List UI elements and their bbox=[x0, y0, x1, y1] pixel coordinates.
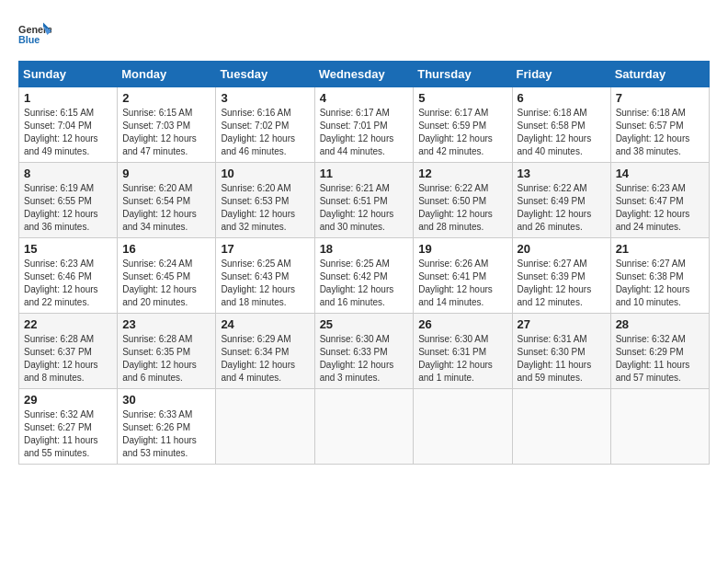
day-info: Sunrise: 6:18 AM Sunset: 6:58 PM Dayligh… bbox=[518, 107, 606, 158]
calendar-cell: 26 Sunrise: 6:30 AM Sunset: 6:31 PM Dayl… bbox=[414, 314, 512, 389]
day-number: 13 bbox=[518, 167, 606, 180]
day-number: 25 bbox=[320, 317, 409, 331]
calendar-cell: 7 Sunrise: 6:18 AM Sunset: 6:57 PM Dayli… bbox=[610, 87, 709, 163]
calendar-week-1: 1 Sunrise: 6:15 AM Sunset: 7:04 PM Dayli… bbox=[19, 87, 710, 163]
day-number: 21 bbox=[616, 242, 704, 256]
calendar-cell bbox=[512, 389, 610, 465]
calendar-cell: 15 Sunrise: 6:23 AM Sunset: 6:46 PM Dayl… bbox=[19, 238, 118, 314]
day-number: 14 bbox=[616, 167, 704, 180]
day-info: Sunrise: 6:20 AM Sunset: 6:54 PM Dayligh… bbox=[122, 182, 210, 234]
day-number: 23 bbox=[122, 317, 210, 331]
day-info: Sunrise: 6:20 AM Sunset: 6:53 PM Dayligh… bbox=[221, 182, 309, 234]
logo: General Blue bbox=[18, 18, 51, 52]
day-info: Sunrise: 6:27 AM Sunset: 6:39 PM Dayligh… bbox=[518, 258, 606, 309]
day-number: 26 bbox=[418, 317, 506, 331]
day-number: 7 bbox=[616, 91, 704, 105]
day-number: 10 bbox=[221, 167, 309, 180]
calendar-cell: 29 Sunrise: 6:32 AM Sunset: 6:27 PM Dayl… bbox=[19, 389, 118, 465]
calendar-cell: 1 Sunrise: 6:15 AM Sunset: 7:04 PM Dayli… bbox=[19, 87, 118, 163]
column-header-wednesday: Wednesday bbox=[314, 62, 414, 87]
day-info: Sunrise: 6:25 AM Sunset: 6:42 PM Dayligh… bbox=[320, 258, 409, 309]
calendar-cell bbox=[216, 389, 314, 465]
day-info: Sunrise: 6:25 AM Sunset: 6:43 PM Dayligh… bbox=[221, 258, 309, 309]
day-info: Sunrise: 6:26 AM Sunset: 6:41 PM Dayligh… bbox=[418, 258, 506, 309]
calendar-cell: 18 Sunrise: 6:25 AM Sunset: 6:42 PM Dayl… bbox=[314, 238, 414, 314]
day-number: 22 bbox=[24, 317, 112, 331]
day-number: 27 bbox=[518, 317, 606, 331]
day-number: 5 bbox=[418, 91, 506, 105]
calendar-cell: 13 Sunrise: 6:22 AM Sunset: 6:49 PM Dayl… bbox=[512, 163, 610, 238]
calendar-cell: 30 Sunrise: 6:33 AM Sunset: 6:26 PM Dayl… bbox=[118, 389, 216, 465]
day-number: 17 bbox=[221, 242, 309, 256]
day-number: 15 bbox=[24, 242, 112, 256]
calendar-cell: 20 Sunrise: 6:27 AM Sunset: 6:39 PM Dayl… bbox=[512, 238, 610, 314]
day-number: 12 bbox=[418, 167, 506, 180]
calendar-cell: 3 Sunrise: 6:16 AM Sunset: 7:02 PM Dayli… bbox=[216, 87, 314, 163]
calendar-cell: 11 Sunrise: 6:21 AM Sunset: 6:51 PM Dayl… bbox=[314, 163, 414, 238]
day-info: Sunrise: 6:30 AM Sunset: 6:33 PM Dayligh… bbox=[320, 333, 409, 385]
calendar-week-3: 15 Sunrise: 6:23 AM Sunset: 6:46 PM Dayl… bbox=[19, 238, 710, 314]
day-info: Sunrise: 6:22 AM Sunset: 6:50 PM Dayligh… bbox=[418, 182, 506, 234]
day-number: 6 bbox=[518, 91, 606, 105]
day-number: 24 bbox=[221, 317, 309, 331]
calendar-cell: 17 Sunrise: 6:25 AM Sunset: 6:43 PM Dayl… bbox=[216, 238, 314, 314]
day-number: 29 bbox=[24, 393, 112, 407]
calendar-cell: 21 Sunrise: 6:27 AM Sunset: 6:38 PM Dayl… bbox=[610, 238, 709, 314]
calendar-cell: 25 Sunrise: 6:30 AM Sunset: 6:33 PM Dayl… bbox=[314, 314, 414, 389]
day-info: Sunrise: 6:17 AM Sunset: 6:59 PM Dayligh… bbox=[418, 107, 506, 158]
day-number: 11 bbox=[320, 167, 409, 180]
day-info: Sunrise: 6:23 AM Sunset: 6:46 PM Dayligh… bbox=[24, 258, 112, 309]
calendar-cell: 10 Sunrise: 6:20 AM Sunset: 6:53 PM Dayl… bbox=[216, 163, 314, 238]
calendar-cell bbox=[414, 389, 512, 465]
calendar-cell bbox=[610, 389, 709, 465]
calendar-cell: 28 Sunrise: 6:32 AM Sunset: 6:29 PM Dayl… bbox=[610, 314, 709, 389]
day-number: 28 bbox=[616, 317, 704, 331]
calendar-cell: 19 Sunrise: 6:26 AM Sunset: 6:41 PM Dayl… bbox=[414, 238, 512, 314]
day-number: 19 bbox=[418, 242, 506, 256]
page-header: General Blue bbox=[18, 18, 710, 52]
calendar-cell: 22 Sunrise: 6:28 AM Sunset: 6:37 PM Dayl… bbox=[19, 314, 118, 389]
day-info: Sunrise: 6:28 AM Sunset: 6:37 PM Dayligh… bbox=[24, 333, 112, 385]
calendar-cell: 6 Sunrise: 6:18 AM Sunset: 6:58 PM Dayli… bbox=[512, 87, 610, 163]
calendar-cell: 14 Sunrise: 6:23 AM Sunset: 6:47 PM Dayl… bbox=[610, 163, 709, 238]
calendar-table: SundayMondayTuesdayWednesdayThursdayFrid… bbox=[18, 61, 710, 465]
calendar-cell: 2 Sunrise: 6:15 AM Sunset: 7:03 PM Dayli… bbox=[118, 87, 216, 163]
day-info: Sunrise: 6:33 AM Sunset: 6:26 PM Dayligh… bbox=[122, 408, 210, 460]
calendar-cell: 8 Sunrise: 6:19 AM Sunset: 6:55 PM Dayli… bbox=[19, 163, 118, 238]
day-info: Sunrise: 6:32 AM Sunset: 6:27 PM Dayligh… bbox=[24, 408, 112, 460]
calendar-week-2: 8 Sunrise: 6:19 AM Sunset: 6:55 PM Dayli… bbox=[19, 163, 710, 238]
calendar-cell: 27 Sunrise: 6:31 AM Sunset: 6:30 PM Dayl… bbox=[512, 314, 610, 389]
day-info: Sunrise: 6:30 AM Sunset: 6:31 PM Dayligh… bbox=[418, 333, 506, 385]
day-info: Sunrise: 6:15 AM Sunset: 7:03 PM Dayligh… bbox=[122, 107, 210, 158]
calendar-cell: 24 Sunrise: 6:29 AM Sunset: 6:34 PM Dayl… bbox=[216, 314, 314, 389]
day-number: 16 bbox=[122, 242, 210, 256]
calendar-cell: 9 Sunrise: 6:20 AM Sunset: 6:54 PM Dayli… bbox=[118, 163, 216, 238]
day-number: 9 bbox=[122, 167, 210, 180]
day-number: 4 bbox=[320, 91, 409, 105]
day-number: 18 bbox=[320, 242, 409, 256]
day-number: 3 bbox=[221, 91, 309, 105]
calendar-cell: 4 Sunrise: 6:17 AM Sunset: 7:01 PM Dayli… bbox=[314, 87, 414, 163]
day-info: Sunrise: 6:23 AM Sunset: 6:47 PM Dayligh… bbox=[616, 182, 704, 234]
calendar-cell: 5 Sunrise: 6:17 AM Sunset: 6:59 PM Dayli… bbox=[414, 87, 512, 163]
column-header-friday: Friday bbox=[512, 62, 610, 87]
day-info: Sunrise: 6:32 AM Sunset: 6:29 PM Dayligh… bbox=[616, 333, 704, 385]
day-info: Sunrise: 6:18 AM Sunset: 6:57 PM Dayligh… bbox=[616, 107, 704, 158]
column-header-tuesday: Tuesday bbox=[216, 62, 314, 87]
day-info: Sunrise: 6:17 AM Sunset: 7:01 PM Dayligh… bbox=[320, 107, 409, 158]
day-info: Sunrise: 6:16 AM Sunset: 7:02 PM Dayligh… bbox=[221, 107, 309, 158]
day-info: Sunrise: 6:21 AM Sunset: 6:51 PM Dayligh… bbox=[320, 182, 409, 234]
column-header-sunday: Sunday bbox=[19, 62, 118, 87]
calendar-cell: 23 Sunrise: 6:28 AM Sunset: 6:35 PM Dayl… bbox=[118, 314, 216, 389]
day-info: Sunrise: 6:24 AM Sunset: 6:45 PM Dayligh… bbox=[122, 258, 210, 309]
day-number: 2 bbox=[122, 91, 210, 105]
calendar-week-5: 29 Sunrise: 6:32 AM Sunset: 6:27 PM Dayl… bbox=[19, 389, 710, 465]
day-info: Sunrise: 6:27 AM Sunset: 6:38 PM Dayligh… bbox=[616, 258, 704, 309]
day-number: 20 bbox=[518, 242, 606, 256]
day-number: 30 bbox=[122, 393, 210, 407]
logo-icon: General Blue bbox=[18, 18, 51, 52]
day-info: Sunrise: 6:29 AM Sunset: 6:34 PM Dayligh… bbox=[221, 333, 309, 385]
calendar-cell: 16 Sunrise: 6:24 AM Sunset: 6:45 PM Dayl… bbox=[118, 238, 216, 314]
calendar-week-4: 22 Sunrise: 6:28 AM Sunset: 6:37 PM Dayl… bbox=[19, 314, 710, 389]
calendar-cell: 12 Sunrise: 6:22 AM Sunset: 6:50 PM Dayl… bbox=[414, 163, 512, 238]
